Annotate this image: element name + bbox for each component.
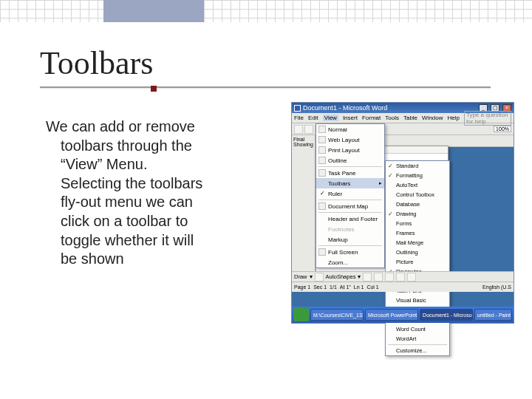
new-icon[interactable]: [294, 125, 303, 134]
status-bar: Page 1 Sec 1 1/1 At 1" Ln 1 Col 1 Englis…: [292, 282, 514, 292]
help-search[interactable]: Type a question for help: [464, 111, 511, 126]
toolbar-flyout-item[interactable]: Picture: [386, 257, 449, 267]
decorative-grid: [0, 0, 532, 22]
toolbar-flyout-item[interactable]: AutoText: [386, 180, 449, 190]
taskbar-item[interactable]: untitled - Paint: [474, 309, 512, 321]
autoshapes-button[interactable]: AutoShapes: [326, 273, 356, 280]
window-title: Document1 - Microsoft Word: [303, 104, 387, 112]
view-menu-item[interactable]: Markup: [316, 234, 384, 245]
menu-table[interactable]: Table: [403, 115, 417, 121]
toolbar-flyout-item[interactable]: Forms: [386, 219, 449, 228]
view-menu-dropdown: NormalWeb LayoutPrint LayoutOutlineTask …: [316, 123, 385, 268]
oval-icon[interactable]: [396, 273, 405, 282]
status-sec: Sec 1: [313, 284, 327, 290]
view-menu-item[interactable]: Full Screen: [316, 247, 384, 257]
status-pos: 1/1: [330, 284, 337, 290]
toolbar-flyout-item[interactable]: Customize...: [386, 346, 449, 355]
menu-view[interactable]: View: [323, 115, 338, 121]
status-at: At 1": [340, 284, 351, 290]
menu-edit[interactable]: Edit: [308, 115, 318, 121]
status-ln: Ln 1: [354, 284, 364, 290]
status-col: Col 1: [366, 284, 378, 290]
toolbar-flyout-item[interactable]: Visual Basic: [386, 296, 449, 305]
word-icon: [294, 105, 301, 112]
view-menu-item[interactable]: Task Pane: [316, 168, 384, 178]
rect-icon[interactable]: [385, 273, 394, 282]
reviewing-pane: Final Showing: [292, 135, 316, 282]
slide-body: We can add or remove toolbars through th…: [40, 117, 276, 269]
side-label: Final Showing: [293, 137, 313, 147]
toolbar-flyout-item[interactable]: ✓Formatting: [386, 171, 449, 180]
embedded-screenshot: Document1 - Microsoft Word _ ▢ × File Ed…: [291, 102, 514, 324]
toolbar-flyout-item[interactable]: Database: [386, 200, 449, 209]
menu-window[interactable]: Window: [422, 115, 443, 121]
view-menu-item[interactable]: Document Map: [316, 201, 384, 211]
start-button[interactable]: [293, 308, 309, 321]
windows-taskbar: M:\Courses\CIVE_1331\... Microsoft Power…: [292, 307, 514, 323]
zoom-control[interactable]: 100%: [494, 126, 511, 132]
toolbar-flyout-item[interactable]: ✓Drawing: [386, 209, 449, 219]
select-icon[interactable]: [315, 273, 324, 282]
view-menu-item[interactable]: Web Layout: [316, 134, 384, 145]
menu-tools[interactable]: Tools: [385, 115, 399, 121]
view-menu-item[interactable]: Zoom...: [316, 257, 384, 267]
toolbar-flyout-item[interactable]: Control Toolbox: [386, 190, 449, 200]
taskbar-item-active[interactable]: Document1 - Microso...: [420, 309, 473, 321]
view-menu-item[interactable]: Outline: [316, 155, 384, 166]
view-menu-item[interactable]: Footnotes: [316, 224, 384, 234]
menu-insert[interactable]: Insert: [343, 115, 358, 121]
toolbar-flyout-item[interactable]: Frames: [386, 228, 449, 238]
decorative-block: [103, 0, 204, 22]
toolbars-flyout: ✓Standard✓FormattingAutoTextControl Tool…: [385, 160, 450, 356]
menu-format[interactable]: Format: [362, 115, 381, 121]
arrow-icon[interactable]: [374, 273, 383, 282]
line-icon[interactable]: [363, 273, 372, 282]
drawing-toolbar: Draw ▾ AutoShapes ▾: [292, 271, 514, 282]
draw-button[interactable]: Draw: [294, 273, 307, 280]
status-page: Page 1: [294, 284, 310, 290]
slide-title: Toolbars: [40, 44, 517, 85]
menubar: File Edit View Insert Format Tools Table…: [292, 113, 514, 123]
textbox-icon[interactable]: [407, 273, 416, 282]
toolbar-flyout-item[interactable]: ✓Standard: [386, 161, 449, 171]
taskbar-item[interactable]: Microsoft PowerPoint - [...: [365, 309, 418, 321]
view-menu-item[interactable]: Print Layout: [316, 145, 384, 155]
title-underline: [40, 86, 491, 88]
taskbar-item[interactable]: M:\Courses\CIVE_1331\...: [310, 309, 364, 321]
status-lang: English (U.S: [482, 284, 511, 290]
open-icon[interactable]: [304, 125, 313, 134]
accent-square: [151, 86, 157, 92]
view-menu-item[interactable]: Header and Footer: [316, 214, 384, 224]
toolbar-flyout-item[interactable]: Outlining: [386, 248, 449, 257]
toolbar-flyout-item[interactable]: Mail Merge: [386, 238, 449, 248]
toolbar-flyout-item[interactable]: WordArt: [386, 334, 449, 344]
toolbar-flyout-item[interactable]: Word Count: [386, 324, 449, 334]
view-menu-item[interactable]: ✓Ruler: [316, 188, 384, 199]
menu-help[interactable]: Help: [448, 115, 460, 121]
menu-file[interactable]: File: [294, 115, 304, 121]
view-menu-item[interactable]: Normal: [316, 124, 384, 134]
view-menu-item[interactable]: Toolbars▸: [316, 178, 384, 188]
